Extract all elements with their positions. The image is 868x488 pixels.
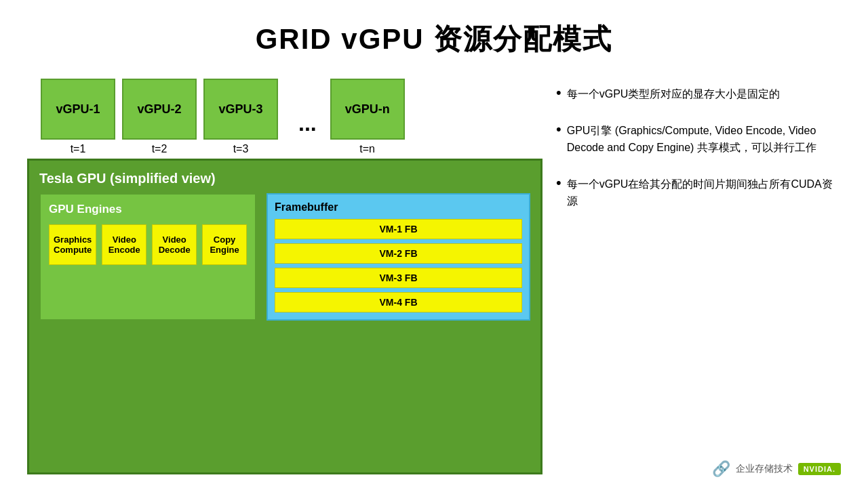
- vgpu-gpu-wrapper: vGPU-1 t=1 vGPU-2 t=2 vGPU-3 t=3 ... vGP…: [27, 79, 542, 474]
- vm4-fb: VM-4 FB: [275, 292, 522, 312]
- vm2-fb: VM-2 FB: [275, 243, 522, 264]
- bullet-item-2: • GPU引擎 (Graphics/Compute, Video Encode,…: [556, 122, 841, 157]
- vgpu-time-3: t=3: [233, 143, 249, 155]
- content-area: vGPU-1 t=1 vGPU-2 t=2 vGPU-3 t=3 ... vGP…: [27, 79, 841, 474]
- vgpu-item-3: vGPU-3 t=3: [203, 79, 278, 155]
- slide-title: GRID vGPU 资源分配模式: [27, 20, 841, 58]
- gpu-engines-section: GPU Engines GraphicsCompute VideoEncode …: [39, 193, 256, 321]
- vm-fb-boxes: VM-1 FB VM-2 FB VM-3 FB VM-4 FB: [275, 219, 522, 312]
- engine-video-encode: VideoEncode: [102, 224, 146, 265]
- bullet-text-1: 每一个vGPU类型所对应的显存大小是固定的: [567, 85, 781, 103]
- engine-copy-engine: CopyEngine: [202, 224, 247, 265]
- left-section: vGPU-1 t=1 vGPU-2 t=2 vGPU-3 t=3 ... vGP…: [27, 79, 542, 474]
- nvidia-logo: NVIDIA.: [798, 463, 841, 475]
- bullet-text-2: GPU引擎 (Graphics/Compute, Video Encode, V…: [567, 122, 841, 157]
- vgpu-box-1: vGPU-1: [41, 79, 115, 140]
- bullet-text-3: 每一个vGPU在给其分配的时间片期间独占所有CUDA资源: [567, 176, 841, 210]
- brand-text: 企业存储技术: [736, 463, 793, 475]
- vgpu-item-2: vGPU-2 t=2: [122, 79, 197, 155]
- bullet-dot-2: •: [556, 121, 561, 138]
- bullet-dot-1: •: [556, 84, 561, 102]
- vgpu-time-n: t=n: [359, 143, 375, 155]
- framebuffer-section: Framebuffer VM-1 FB VM-2 FB VM-3 FB VM-4…: [267, 193, 530, 321]
- brand-icon: 🔗: [712, 460, 730, 478]
- vm3-fb: VM-3 FB: [275, 268, 522, 288]
- vgpu-item-n: vGPU-n t=n: [330, 79, 405, 155]
- tesla-label: Tesla GPU (simplified view): [39, 171, 530, 186]
- tesla-gpu-container: Tesla GPU (simplified view) GPU Engines …: [27, 159, 542, 474]
- right-section: • 每一个vGPU类型所对应的显存大小是固定的 • GPU引擎 (Graphic…: [556, 79, 841, 474]
- bullet-item-3: • 每一个vGPU在给其分配的时间片期间独占所有CUDA资源: [556, 176, 841, 210]
- tesla-inner: GPU Engines GraphicsCompute VideoEncode …: [39, 193, 530, 321]
- vgpu-box-2: vGPU-2: [122, 79, 197, 140]
- engine-video-decode: VideoDecode: [152, 224, 197, 265]
- framebuffer-label: Framebuffer: [275, 201, 522, 214]
- vgpu-box-3: vGPU-3: [203, 79, 278, 140]
- vgpu-box-n: vGPU-n: [330, 79, 405, 140]
- vgpu-item-1: vGPU-1 t=1: [41, 79, 115, 155]
- vgpu-dots: ...: [298, 111, 317, 136]
- bullet-item-1: • 每一个vGPU类型所对应的显存大小是固定的: [556, 85, 841, 103]
- gpu-engines-label: GPU Engines: [49, 203, 247, 216]
- vgpu-time-2: t=2: [152, 143, 167, 155]
- vgpu-time-1: t=1: [71, 143, 86, 155]
- bullet-dot-3: •: [556, 174, 561, 192]
- vgpu-row: vGPU-1 t=1 vGPU-2 t=2 vGPU-3 t=3 ... vGP…: [27, 79, 542, 155]
- engine-graphics-compute: GraphicsCompute: [49, 224, 96, 265]
- vm1-fb: VM-1 FB: [275, 219, 522, 239]
- engine-boxes-row: GraphicsCompute VideoEncode VideoDecode …: [49, 224, 247, 265]
- bottom-branding: 🔗 企业存储技术 NVIDIA.: [712, 460, 841, 478]
